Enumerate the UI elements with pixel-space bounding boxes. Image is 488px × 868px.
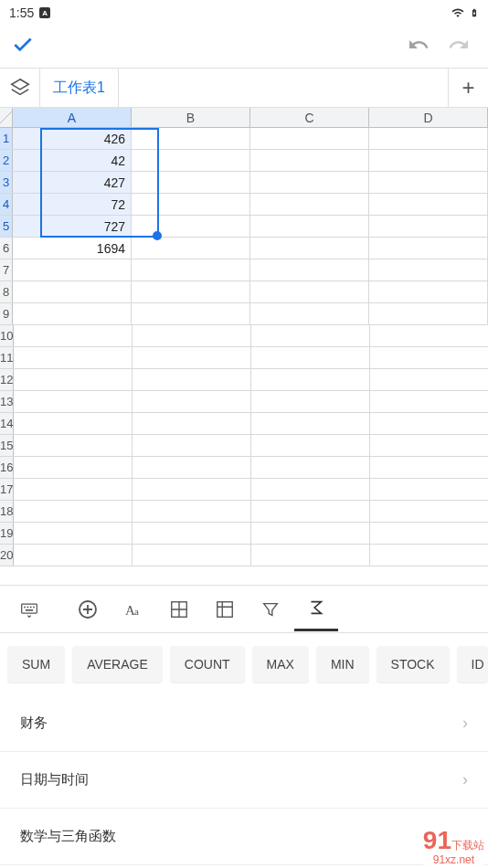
cell[interactable]: [132, 238, 250, 259]
row-header[interactable]: 3: [0, 172, 13, 193]
cell[interactable]: [250, 128, 369, 149]
keyboard-button[interactable]: [7, 587, 51, 631]
cell[interactable]: [132, 259, 250, 281]
column-header[interactable]: D: [369, 108, 488, 127]
cell[interactable]: [369, 216, 488, 237]
row-header[interactable]: 11: [0, 347, 14, 368]
function-chip[interactable]: ID: [457, 646, 488, 683]
row-header[interactable]: 14: [0, 413, 14, 434]
cell[interactable]: [14, 369, 133, 390]
select-all-corner[interactable]: [0, 108, 13, 127]
cell[interactable]: [369, 281, 488, 302]
cell[interactable]: [369, 303, 488, 324]
cell[interactable]: [251, 347, 370, 368]
cell[interactable]: [133, 457, 251, 478]
row-header[interactable]: 19: [0, 523, 14, 544]
cell[interactable]: [251, 545, 370, 566]
cell[interactable]: 427: [13, 172, 132, 193]
row-header[interactable]: 8: [0, 281, 13, 302]
cell[interactable]: [370, 545, 488, 566]
row-header[interactable]: 7: [0, 259, 13, 281]
column-header[interactable]: C: [250, 108, 369, 127]
cell[interactable]: 426: [13, 128, 132, 149]
cell[interactable]: [133, 347, 251, 368]
cell[interactable]: [370, 523, 488, 544]
cell[interactable]: [251, 325, 370, 346]
row-header[interactable]: 20: [0, 545, 14, 566]
cell[interactable]: [14, 523, 133, 544]
cell[interactable]: [369, 150, 488, 171]
cell[interactable]: [14, 545, 133, 566]
cell[interactable]: [370, 501, 488, 522]
cell[interactable]: [133, 501, 251, 522]
cell[interactable]: [369, 128, 488, 149]
column-header[interactable]: B: [132, 108, 250, 127]
cell[interactable]: 1694: [13, 238, 132, 259]
cell[interactable]: [369, 238, 488, 259]
function-category[interactable]: 财务 ›: [0, 695, 488, 752]
row-header[interactable]: 9: [0, 303, 13, 324]
cell[interactable]: [14, 325, 133, 346]
row-header[interactable]: 2: [0, 150, 13, 171]
row-header[interactable]: 6: [0, 238, 13, 259]
cell[interactable]: [370, 413, 488, 434]
cell[interactable]: [251, 523, 370, 544]
row-header[interactable]: 18: [0, 501, 14, 522]
cell[interactable]: [370, 369, 488, 390]
cell[interactable]: [250, 238, 369, 259]
column-header[interactable]: A: [13, 108, 132, 127]
function-category[interactable]: 数学与三角函数: [0, 809, 488, 865]
confirm-button[interactable]: [11, 33, 35, 60]
row-header[interactable]: 16: [0, 457, 14, 478]
undo-button[interactable]: [408, 34, 430, 59]
spreadsheet-grid[interactable]: A B C D 1426 242 3427 472 5727 61694 7 8…: [0, 108, 488, 566]
cell[interactable]: [370, 347, 488, 368]
sheet-tab[interactable]: 工作表1: [40, 69, 119, 107]
cell[interactable]: [369, 172, 488, 193]
cell[interactable]: [132, 128, 250, 149]
cell[interactable]: [251, 457, 370, 478]
text-format-button[interactable]: Aa: [111, 587, 155, 631]
row-header[interactable]: 13: [0, 391, 14, 412]
cell[interactable]: [14, 413, 133, 434]
cell[interactable]: [250, 216, 369, 237]
function-chip[interactable]: SUM: [7, 646, 65, 683]
cell[interactable]: [132, 216, 250, 237]
cell[interactable]: [13, 281, 132, 302]
cell[interactable]: [369, 259, 488, 281]
cell[interactable]: [132, 150, 250, 171]
cell[interactable]: [370, 479, 488, 500]
cell[interactable]: [370, 457, 488, 478]
cell[interactable]: [250, 150, 369, 171]
function-chip[interactable]: STOCK: [377, 646, 450, 683]
cell[interactable]: [251, 501, 370, 522]
row-header[interactable]: 4: [0, 194, 13, 215]
cell[interactable]: [132, 194, 250, 215]
function-chip[interactable]: MAX: [252, 646, 309, 683]
cell[interactable]: [132, 281, 250, 302]
cell[interactable]: [13, 259, 132, 281]
cell[interactable]: [250, 259, 369, 281]
cell[interactable]: [13, 303, 132, 324]
cell[interactable]: [370, 325, 488, 346]
cell[interactable]: [14, 435, 133, 456]
cell[interactable]: [133, 435, 251, 456]
cell[interactable]: [251, 479, 370, 500]
insert-button[interactable]: [66, 587, 110, 631]
redo-button[interactable]: [448, 34, 470, 59]
cell[interactable]: [133, 325, 251, 346]
cell[interactable]: [370, 435, 488, 456]
cell[interactable]: [133, 413, 251, 434]
cell[interactable]: [133, 545, 251, 566]
cell[interactable]: 42: [13, 150, 132, 171]
function-chip[interactable]: COUNT: [170, 646, 245, 683]
cell-format-button[interactable]: [157, 587, 201, 631]
cell[interactable]: [251, 369, 370, 390]
cell[interactable]: [369, 194, 488, 215]
cell[interactable]: [132, 172, 250, 193]
cell[interactable]: [133, 369, 251, 390]
cell[interactable]: [132, 303, 250, 324]
cell[interactable]: [14, 347, 133, 368]
function-button[interactable]: [294, 587, 338, 631]
cell[interactable]: [251, 413, 370, 434]
